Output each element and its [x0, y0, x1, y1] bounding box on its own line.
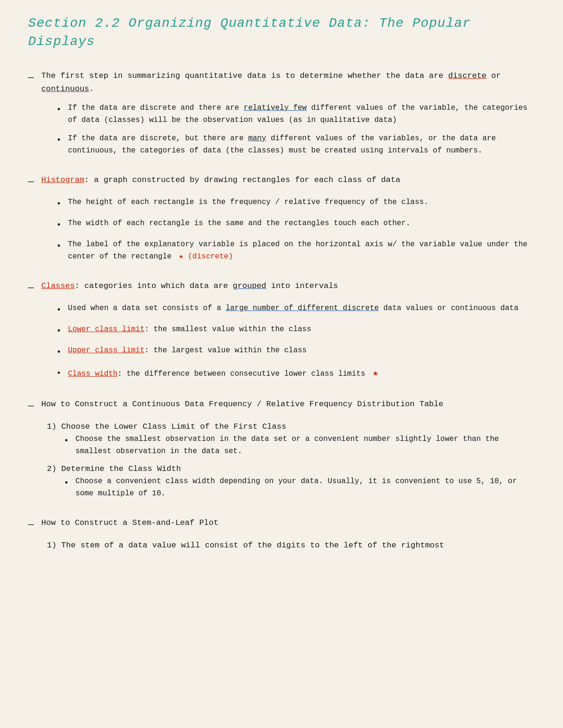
numbered-item-4-2: 2) Determine the Class Width • Choose a … — [47, 463, 535, 500]
main-text-3: Classes: categories into which data are … — [41, 280, 535, 292]
main-text-2: Histogram: a graph constructed by drawin… — [41, 174, 535, 186]
sub-text-2b: The width of each rectangle is the same … — [68, 217, 535, 229]
dash-icon-4: — — [28, 399, 34, 414]
dot-icon-2b: • — [56, 219, 61, 233]
main-text-1: The first step in summarizing quantitati… — [41, 69, 535, 95]
section-frequency-table: — How to Construct a Continuous Data Fre… — [28, 398, 535, 500]
dash-icon-5: — — [28, 517, 34, 532]
dash-icon-2: — — [28, 174, 34, 190]
sub-text-3b: Lower class limit: the smallest value wi… — [68, 323, 535, 335]
dot-icon-3c: • — [56, 346, 61, 360]
page-title: Section 2.2 Organizing Quantitative Data… — [28, 14, 535, 51]
dot-icon-4a: • — [64, 434, 69, 448]
dot-icon-1a: • — [56, 103, 61, 117]
dash-icon-3: — — [28, 281, 34, 296]
dash-icon-1: — — [28, 70, 34, 85]
section-histogram: — Histogram: a graph constructed by draw… — [28, 174, 535, 263]
dot-icon-2a: • — [56, 197, 61, 212]
dot-icon-4b: • — [64, 477, 69, 491]
sub-text-1a: If the data are discrete and there are r… — [68, 102, 535, 127]
sub-text-4a: Choose the smallest observation in the d… — [76, 433, 535, 458]
section-discrete-continuous: — The first step in summarizing quantita… — [28, 69, 535, 157]
section-stem-leaf: — How to Construct a Stem-and-Leaf Plot … — [28, 516, 535, 552]
sub-text-4b: Choose a convenient class width dependin… — [76, 475, 535, 500]
section-classes: — Classes: categories into which data ar… — [28, 280, 535, 380]
sub-text-1b: If the data are discrete, but there are … — [68, 132, 535, 157]
dot-icon-2c: • — [56, 240, 61, 254]
main-text-4: How to Construct a Continuous Data Frequ… — [41, 398, 535, 410]
numbered-item-5-1: 1) The stem of a data value will consist… — [47, 539, 535, 552]
sub-text-3a: Used when a data set consists of a large… — [68, 302, 535, 314]
sub-text-2c: The label of the explanatory variable is… — [68, 238, 535, 263]
dot-icon-3a: • — [56, 303, 61, 318]
sub-text-2a: The height of each rectangle is the freq… — [68, 196, 535, 208]
sub-text-3d: Class width: the difference between cons… — [68, 365, 535, 381]
dot-icon-3d: • — [56, 367, 61, 381]
dot-icon-1b: • — [56, 134, 61, 148]
dot-icon-3b: • — [56, 325, 61, 339]
numbered-item-4-1: 1) Choose the Lower Class Limit of the F… — [47, 420, 535, 458]
sub-text-3c: Upper class limit: the largest value wit… — [68, 344, 535, 356]
main-text-5: How to Construct a Stem-and-Leaf Plot — [41, 516, 535, 529]
